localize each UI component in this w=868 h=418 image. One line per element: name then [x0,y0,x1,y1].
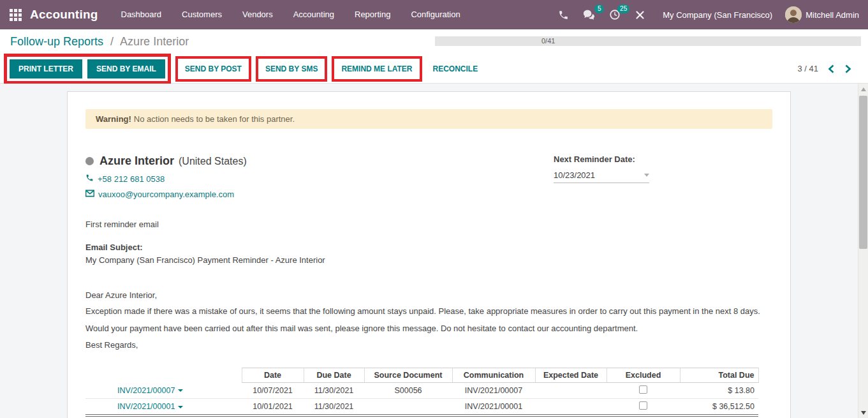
annotation-box-send-by-post: SEND BY POST [175,56,251,82]
reconcile-button[interactable]: RECONCILE [427,59,485,78]
app-title: Accounting [30,8,98,22]
header-communication: Communication [452,368,535,383]
remind-me-later-button[interactable]: REMIND ME LATER [335,59,418,78]
tools-icon [635,10,645,19]
progress-label: 0/41 [541,36,555,46]
excluded-checkbox[interactable] [639,401,647,410]
breadcrumb-current: Azure Interior [120,35,189,48]
chevron-left-icon [828,66,835,75]
followup-report-sheet: Warning!No action needs to be taken for … [67,91,791,418]
email-greeting: Dear Azure Interior, [85,289,772,301]
cell-communication: INV/2021/00001 [452,399,535,416]
header-ref-blank [85,368,242,383]
annotation-box-remind-me-later: REMIND ME LATER [332,56,422,82]
user-menu[interactable]: Mitchell Admin [785,6,868,23]
pager-previous-button[interactable] [828,64,835,73]
phone-button[interactable] [551,0,576,29]
cell-expected-date [535,399,607,416]
pager: 3 / 41 [797,64,858,73]
activities-button[interactable]: 25 [602,0,628,29]
invoice-link[interactable]: INV/2021/00001 [117,402,175,411]
phone-icon [558,10,569,19]
chat-bubbles-icon [583,10,595,19]
breadcrumb-separator: / [110,35,114,48]
menu-vendors[interactable]: Vendors [232,0,283,29]
excluded-checkbox[interactable] [639,385,647,394]
invoice-caret-icon[interactable] [178,389,183,392]
warning-title: Warning! [96,114,131,124]
email-closing: Best Regards, [85,339,772,351]
print-letter-button[interactable]: PRINT LETTER [10,59,82,78]
table-header-row: Date Due Date Source Document Communicat… [85,368,758,383]
cell-source-document: S00056 [364,383,452,399]
user-name: Mitchell Admin [805,10,859,20]
menu-dashboard[interactable]: Dashboard [111,0,172,29]
followup-level: First reminder email [85,220,772,229]
header-source-document: Source Document [364,368,452,383]
cell-communication: INV/2021/00007 [452,383,535,399]
menu-accounting[interactable]: Accounting [283,0,344,29]
pager-value: 3 / 41 [797,64,818,73]
invoice-link[interactable]: INV/2021/00007 [117,386,175,395]
menu-reporting[interactable]: Reporting [344,0,401,29]
email-subject: My Company (San Francisco) Payment Remin… [85,255,772,265]
table-row: INV/2021/00007 10/07/2021 11/30/2021 S00… [85,383,758,399]
content-area: Warning!No action needs to be taken for … [0,84,868,418]
company-switcher[interactable]: My Company (San Francisco) [663,10,772,20]
cell-excluded [607,399,680,416]
control-panel-top: Follow-up Reports / Azure Interior 0/41 [0,29,868,54]
email-subject-label: Email Subject: [85,243,772,252]
cell-expected-date [535,383,607,399]
cell-source-document [364,399,452,416]
email-paragraph-1: Exception made if there was a mistake of… [85,305,772,317]
table-row: INV/2021/00001 10/01/2021 11/30/2021 INV… [85,399,758,416]
partner-section: Azure Interior (United States) +58 212 6… [85,154,772,199]
menu-configuration[interactable]: Configuration [401,0,470,29]
scrollbar-down-arrow-icon[interactable] [861,411,866,415]
cell-total-due: $ 13.80 [680,383,758,399]
warning-banner: Warning!No action needs to be taken for … [85,109,772,129]
header-due-date: Due Date [304,368,364,383]
breadcrumb: Follow-up Reports / Azure Interior [10,35,189,49]
partner-email-link[interactable]: vauxoo@yourcompany.example.com [98,190,234,199]
systray: 5 25 My Company (San Francisco) Mitchell… [551,0,868,29]
invoice-caret-icon[interactable] [178,406,183,408]
tools-button[interactable] [628,0,652,29]
chevron-right-icon [844,66,851,75]
cell-due-date: 11/30/2021 [304,383,364,399]
scrollbar-up-arrow-icon[interactable] [861,87,866,91]
header-date: Date [242,368,304,383]
send-by-post-button[interactable]: SEND BY POST [179,59,248,78]
send-by-email-button[interactable]: SEND BY EMAIL [87,59,165,78]
pager-next-button[interactable] [844,64,851,73]
cell-date: 10/07/2021 [242,383,304,399]
partner-info: Azure Interior (United States) +58 212 6… [85,154,247,199]
messages-button[interactable]: 5 [576,0,602,29]
menu-customers[interactable]: Customers [172,0,232,29]
annotation-box-send-by-sms: SEND BY SMS [256,56,327,82]
top-navbar: Accounting Dashboard Customers Vendors A… [0,0,868,29]
partner-phone-link[interactable]: +58 212 681 0538 [98,174,165,184]
dropdown-caret-icon [644,174,649,177]
cell-date: 10/01/2021 [242,399,304,416]
avatar [785,6,802,23]
annotation-box-print-and-email: PRINT LETTER SEND BY EMAIL [4,54,171,84]
cell-excluded [607,383,680,399]
phone-small-icon [85,174,94,184]
scrollbar-thumb[interactable] [859,96,867,249]
apps-menu-icon[interactable] [10,9,22,21]
send-by-sms-button[interactable]: SEND BY SMS [259,59,324,78]
control-panel-buttons: PRINT LETTER SEND BY EMAIL SEND BY POST … [0,54,868,84]
partner-status-dot [85,157,94,165]
vertical-scrollbar[interactable] [858,84,868,418]
partner-name: Azure Interior [99,154,174,168]
header-excluded: Excluded [607,368,680,383]
main-menu: Dashboard Customers Vendors Accounting R… [111,0,471,29]
cell-total-due: $ 36,512.50 [680,399,758,416]
progress-bar: 0/41 [435,36,861,46]
warning-text: No action needs to be taken for this par… [134,114,295,124]
next-reminder-date-value: 10/23/2021 [554,170,595,180]
header-total-due: Total Due [680,368,758,383]
next-reminder-date-input[interactable]: 10/23/2021 [554,170,649,183]
breadcrumb-parent[interactable]: Follow-up Reports [10,35,103,48]
